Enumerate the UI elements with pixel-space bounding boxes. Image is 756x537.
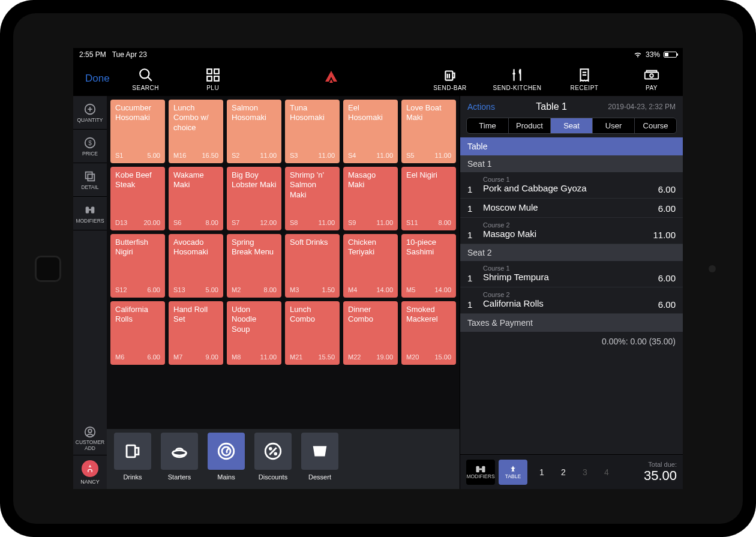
product-tile[interactable]: Smoked Mackerel M20 15.00 (401, 301, 456, 365)
order-line[interactable]: 1 Course 1 Shrimp Tempura 6.00 (460, 261, 683, 287)
seat-page-2[interactable]: 2 (553, 460, 574, 485)
product-name: Dinner Combo (348, 305, 393, 325)
svg-rect-22 (91, 206, 95, 213)
svg-point-32 (269, 448, 271, 449)
seat-page-1[interactable]: 1 (531, 460, 553, 485)
category-starters[interactable]: Starters (158, 433, 200, 485)
product-tile[interactable]: Shrimp 'n' Salmon Maki S8 11.00 (285, 167, 340, 230)
product-name: Shrimp 'n' Salmon Maki (290, 170, 335, 200)
product-name: Soft Drinks (290, 238, 335, 247)
search-button[interactable]: SEARCH (118, 67, 173, 91)
svg-rect-19 (86, 172, 92, 178)
product-tile[interactable]: Kobe Beef Steak D13 20.00 (110, 167, 165, 230)
line-qty: 1 (467, 291, 483, 310)
lightspeed-logo-icon (322, 70, 340, 88)
svg-point-12 (650, 74, 653, 77)
dessert-icon (301, 433, 338, 470)
svg-point-0 (140, 69, 149, 78)
send-bar-button[interactable]: SEND-BAR (422, 67, 478, 91)
product-tile[interactable]: Love Boat Maki S5 11.00 (401, 100, 456, 163)
order-line[interactable]: 1 Course 2 California Rolls 6.00 (460, 287, 683, 314)
user-switcher[interactable]: NANCY (73, 455, 107, 489)
product-tile[interactable]: 10-piece Sashimi M5 14.00 (401, 234, 456, 298)
category-label: Dessert (308, 473, 331, 481)
product-tile[interactable]: Soft Drinks M3 1.50 (285, 234, 340, 298)
table-header[interactable]: Table (460, 137, 683, 155)
category-bar: Drinks Starters Mains Discounts Dessert (107, 429, 460, 489)
order-line[interactable]: 1 Course 2 Masago Maki 11.00 (460, 218, 683, 244)
category-drinks[interactable]: Drinks (112, 433, 154, 485)
seat-header[interactable]: Seat 2 (460, 244, 683, 261)
quantity-button[interactable]: QUANTITY (73, 96, 107, 130)
svg-rect-23 (89, 209, 91, 211)
tab-time[interactable]: Time (467, 118, 509, 133)
product-tile[interactable]: Masago Maki S9 11.00 (343, 167, 398, 230)
order-line[interactable]: 1 Moscow Mule 6.00 (460, 199, 683, 218)
receipt-button[interactable]: RECEIPT (557, 67, 612, 91)
order-line[interactable]: 1 Course 1 Pork and Cabbage Gyoza 6.00 (460, 172, 683, 199)
done-button[interactable]: Done (77, 73, 118, 85)
product-tile[interactable]: Cucumber Hosomaki S1 5.00 (110, 100, 165, 163)
actions-button[interactable]: Actions (467, 102, 495, 112)
product-tile[interactable]: Lunch Combo w/ choice M16 16.50 (169, 100, 223, 163)
product-code: M7 (173, 353, 182, 362)
line-course: Course 2 (483, 221, 653, 229)
pin-icon (509, 465, 517, 473)
product-code: S3 (290, 152, 298, 160)
product-tile[interactable]: Tuna Hosomaki S3 11.00 (285, 100, 340, 163)
product-tile[interactable]: Big Boy Lobster Maki S7 12.00 (227, 167, 281, 230)
product-code: M5 (406, 286, 415, 295)
price-button[interactable]: $ PRICE (73, 130, 107, 163)
mains-icon (208, 433, 245, 470)
product-tile[interactable]: Dinner Combo M22 19.00 (343, 301, 398, 365)
product-tile[interactable]: Hand Roll Set M7 9.00 (169, 301, 223, 365)
modifiers-button[interactable]: MODIFIERS (73, 197, 107, 230)
product-price: 11.00 (318, 152, 335, 160)
tab-course[interactable]: Course (635, 118, 676, 133)
tab-product[interactable]: Product (509, 118, 551, 133)
category-label: Mains (217, 473, 235, 481)
product-tile[interactable]: Chicken Teriyaki M4 14.00 (343, 234, 398, 298)
product-tile[interactable]: Wakame Maki S6 8.00 (169, 167, 223, 230)
tab-seat[interactable]: Seat (551, 118, 593, 133)
product-tile[interactable]: Spring Break Menu M2 8.00 (227, 234, 281, 298)
product-tile[interactable]: California Rolls M6 6.00 (110, 301, 165, 365)
detail-button[interactable]: DETAIL (73, 163, 107, 197)
plu-icon (205, 67, 221, 83)
svg-rect-11 (645, 72, 658, 79)
seat-header[interactable]: Seat 1 (460, 155, 683, 172)
category-mains[interactable]: Mains (205, 433, 247, 485)
receipt-icon (576, 67, 593, 83)
product-tile[interactable]: Eel Hosomaki S4 11.00 (343, 100, 398, 163)
product-price: 8.00 (264, 286, 277, 295)
product-tile[interactable]: Udon Noodle Soup M8 11.00 (227, 301, 281, 365)
product-name: Udon Noodle Soup (232, 305, 277, 334)
tab-user[interactable]: User (593, 118, 635, 133)
line-qty: 1 (467, 176, 483, 194)
product-tile[interactable]: Lunch Combo M21 15.50 (285, 301, 340, 365)
customer-add-button[interactable]: CUSTOMER ADD (73, 422, 107, 455)
product-code: S12 (115, 286, 127, 295)
product-price: 15.00 (434, 353, 451, 362)
status-date: Tue Apr 23 (112, 50, 147, 59)
product-price: 11.00 (318, 219, 335, 227)
category-discounts[interactable]: Discounts (252, 433, 294, 485)
product-name: Big Boy Lobster Maki (232, 170, 277, 190)
product-code: S11 (406, 219, 418, 227)
footer-modifiers-button[interactable]: MODIFIERS (466, 460, 495, 485)
category-dessert[interactable]: Dessert (299, 433, 341, 485)
product-name: Spring Break Menu (232, 238, 277, 257)
product-tile[interactable]: Eel Nigiri S11 8.00 (401, 167, 456, 230)
plu-button[interactable]: PLU (185, 67, 241, 91)
status-battery-pct: 33% (646, 50, 660, 59)
svg-rect-26 (127, 445, 135, 457)
footer-table-button[interactable]: TABLE (499, 460, 527, 485)
taxes-header[interactable]: Taxes & Payment (460, 314, 683, 332)
product-tile[interactable]: Salmon Hosomaki S2 11.00 (227, 100, 281, 163)
search-icon (137, 67, 154, 83)
pay-button[interactable]: PAY (624, 67, 679, 91)
product-tile[interactable]: Avocado Hosomaki S13 5.00 (169, 234, 223, 298)
product-price: 8.00 (439, 219, 451, 227)
product-tile[interactable]: Butterfish Nigiri S12 6.00 (110, 234, 165, 298)
send-kitchen-button[interactable]: SEND-KITCHEN (490, 67, 545, 91)
